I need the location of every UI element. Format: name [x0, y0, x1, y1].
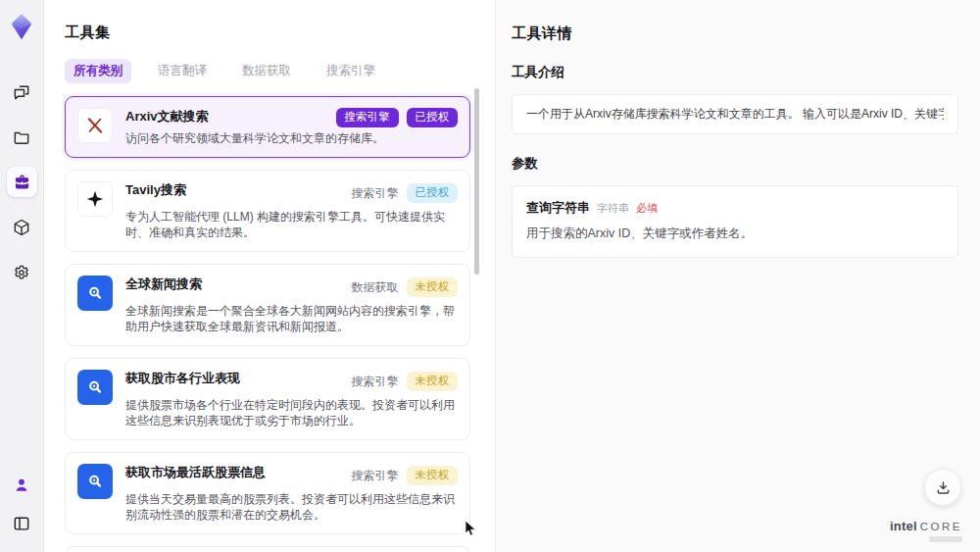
tool-category-label: 搜索引擎 — [352, 370, 399, 394]
tool-name: 获取股市各行业表现 — [125, 370, 240, 387]
download-button[interactable] — [924, 469, 961, 506]
sidebar-item-settings[interactable] — [7, 257, 37, 287]
tool-card-body: 全球新闻搜索 数据获取 未授权 全球新闻搜索是一个聚合全球各大新闻网站内容的搜索… — [125, 276, 458, 334]
tab-data-acquisition[interactable]: 数据获取 — [233, 59, 300, 83]
param-required-badge: 必填 — [636, 201, 658, 216]
intro-section-title: 工具介绍 — [512, 64, 958, 81]
sidebar-nav — [7, 76, 37, 287]
param-name: 查询字符串 — [526, 199, 590, 217]
tool-description: 提供股票市场各个行业在特定时间段内的表现。投资者可以利用这些信息来识别表现优于或… — [125, 397, 458, 428]
tavily-icon — [77, 181, 113, 217]
sidebar-item-tools[interactable] — [7, 167, 37, 197]
category-tabs: 所有类别 语言翻译 数据获取 搜索引擎 — [65, 59, 495, 83]
detail-title: 工具详情 — [512, 25, 958, 43]
gear-icon — [12, 263, 31, 282]
sidebar-item-files[interactable] — [7, 122, 37, 152]
param-description: 用于搜索的Arxiv ID、关键字或作者姓名。 — [526, 226, 944, 242]
tool-status-badge: 未授权 — [407, 466, 459, 485]
tool-category-badge: 搜索引擎 — [336, 108, 399, 127]
tool-card-active-stocks[interactable]: 获取市场最活跃股票信息 搜索引擎 未授权 提供当天交易量最高的股票列表。投资者可… — [65, 452, 470, 534]
download-icon — [934, 478, 953, 497]
list-scrollbar[interactable] — [474, 86, 479, 547]
tool-description: 提供当天交易量最高的股票列表。投资者可以利用这些信息来识别流动性强的股票和潜在的… — [125, 491, 458, 523]
toolbox-icon — [12, 172, 32, 192]
tool-name: Tavily搜索 — [125, 181, 186, 199]
tools-panel-title: 工具集 — [65, 24, 495, 42]
sidebar-item-chat[interactable] — [7, 76, 37, 107]
tool-name: 全球新闻搜索 — [125, 276, 202, 293]
tool-card-body: 获取股市各行业表现 搜索引擎 未授权 提供股票市场各个行业在特定时间段内的表现。… — [125, 370, 458, 428]
tool-detail-panel: 工具详情 工具介绍 一个用于从Arxiv存储库搜索科学论文和文章的工具。 输入可… — [495, 0, 980, 552]
intro-text: 一个用于从Arxiv存储库搜索科学论文和文章的工具。 输入可以是Arxiv ID… — [526, 106, 944, 123]
tool-description: 全球新闻搜索是一个聚合全球各大新闻网站内容的搜索引擎，帮助用户快速获取全球最新资… — [125, 303, 458, 334]
news-search-icon — [77, 276, 113, 311]
intel-core-logo: intelcore — [890, 520, 962, 542]
tool-card-body: 获取市场最活跃股票信息 搜索引擎 未授权 提供当天交易量最高的股票列表。投资者可… — [125, 464, 458, 523]
tool-category-label: 数据获取 — [352, 276, 399, 300]
tool-category-label: 搜索引擎 — [352, 181, 399, 206]
list-scrollbar-thumb[interactable] — [474, 88, 479, 275]
sidebar-item-toggle-panel[interactable] — [7, 508, 37, 538]
tool-description: 访问各个研究领域大量科学论文和文章的存储库。 — [125, 130, 458, 146]
tool-status-badge: 未授权 — [407, 277, 459, 297]
panel-icon — [12, 514, 31, 533]
brand-core-text: core — [920, 521, 962, 532]
tool-card-body: Arxiv文献搜索 搜索引擎 已授权 访问各个研究领域大量科学论文和文章的存储库… — [125, 108, 458, 146]
tool-list: Arxiv文献搜索 搜索引擎 已授权 访问各个研究领域大量科学论文和文章的存储库… — [65, 96, 470, 552]
param-box: 查询字符串 字符串 必填 用于搜索的Arxiv ID、关键字或作者姓名。 — [512, 185, 958, 258]
tool-category-label: 搜索引擎 — [352, 464, 399, 488]
params-section-title: 参数 — [512, 155, 958, 173]
tool-status-badge: 已授权 — [407, 183, 459, 203]
app-window: 工具集 所有类别 语言翻译 数据获取 搜索引擎 Arxiv文献搜索 — [0, 0, 980, 552]
tools-panel: 工具集 所有类别 语言翻译 数据获取 搜索引擎 Arxiv文献搜索 — [44, 0, 495, 552]
tab-search-engine[interactable]: 搜索引擎 — [318, 59, 384, 83]
tool-name: Arxiv文献搜索 — [125, 108, 209, 125]
sidebar — [0, 0, 44, 552]
sidebar-bottom — [7, 470, 37, 538]
sidebar-item-profile[interactable] — [7, 470, 37, 500]
chat-icon — [12, 82, 31, 102]
sidebar-item-packages[interactable] — [7, 212, 37, 242]
brand-intel-text: intel — [890, 519, 917, 533]
param-type: 字符串 — [597, 201, 629, 216]
tab-all-categories[interactable]: 所有类别 — [65, 59, 131, 83]
tool-description: 专为人工智能代理 (LLM) 构建的搜索引擎工具。可快速提供实时、准确和真实的结… — [125, 209, 458, 240]
tool-card-tavily[interactable]: Tavily搜索 搜索引擎 已授权 专为人工智能代理 (LLM) 构建的搜索引擎… — [65, 170, 470, 252]
cube-icon — [12, 218, 31, 237]
intro-box: 一个用于从Arxiv存储库搜索科学论文和文章的工具。 输入可以是Arxiv ID… — [512, 94, 958, 134]
tool-status-badge: 已授权 — [407, 108, 459, 127]
app-logo-icon — [7, 12, 36, 41]
tab-language-translation[interactable]: 语言翻译 — [149, 59, 216, 83]
tool-card-arxiv[interactable]: Arxiv文献搜索 搜索引擎 已授权 访问各个研究领域大量科学论文和文章的存储库… — [65, 96, 470, 158]
stock-search-icon — [77, 464, 113, 499]
stock-search-icon — [77, 370, 113, 405]
tool-status-badge: 未授权 — [407, 372, 459, 391]
tool-name: 获取市场最活跃股票信息 — [125, 464, 266, 481]
profile-icon — [12, 476, 31, 495]
tool-card-body: Tavily搜索 搜索引擎 已授权 专为人工智能代理 (LLM) 构建的搜索引擎… — [125, 181, 458, 240]
brand-subtext-bar — [929, 536, 962, 542]
folder-icon — [12, 127, 31, 147]
arxiv-icon — [77, 108, 113, 143]
tool-card-global-news[interactable]: 全球新闻搜索 数据获取 未授权 全球新闻搜索是一个聚合全球各大新闻网站内容的搜索… — [65, 264, 470, 346]
tool-card-sector-performance[interactable]: 获取股市各行业表现 搜索引擎 未授权 提供股票市场各个行业在特定时间段内的表现。… — [65, 358, 470, 440]
app-logo[interactable] — [7, 12, 36, 41]
tool-card-regional-news[interactable]: 万维地区新闻查询 搜索引擎 未授权 查询具体行政区划内的新闻，快速了解各地新闻动 — [65, 546, 470, 552]
